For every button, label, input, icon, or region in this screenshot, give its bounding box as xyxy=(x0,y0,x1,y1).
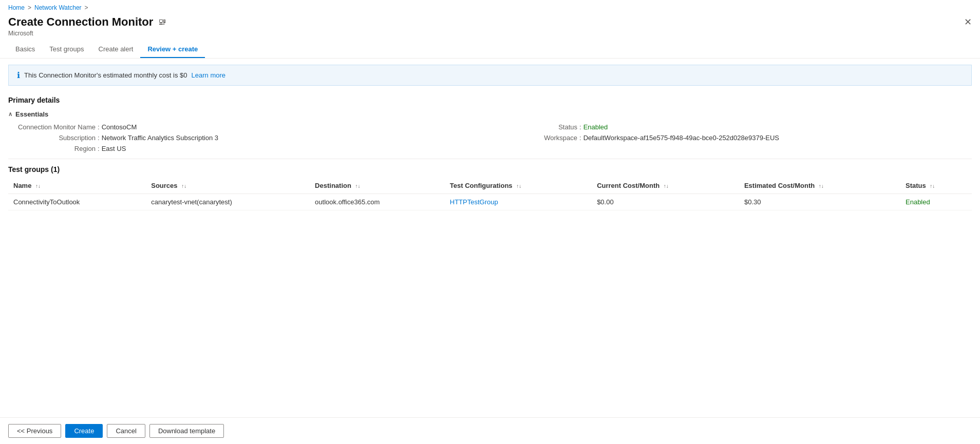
value-workspace: DefaultWorkspace-af15e575-f948-49ac-bce0… xyxy=(583,134,779,142)
essentials-row-subscription: Subscription : Network Traffic Analytics… xyxy=(8,134,490,142)
breadcrumb-home[interactable]: Home xyxy=(8,4,25,11)
table-header-row: Name ↑↓ Sources ↑↓ Destination ↑↓ Test C… xyxy=(8,178,972,194)
essentials-grid: Connection Monitor Name : ContosoCM Subs… xyxy=(8,121,972,157)
value-connection-monitor-name: ContosoCM xyxy=(102,123,137,131)
col-header-estimated-cost[interactable]: Estimated Cost/Month ↑↓ xyxy=(739,178,900,194)
label-region: Region xyxy=(8,145,96,152)
breadcrumb-sep1: > xyxy=(28,4,31,11)
sep-2: : xyxy=(98,145,100,152)
col-header-sources[interactable]: Sources ↑↓ xyxy=(146,178,310,194)
divider xyxy=(8,159,972,159)
label-subscription: Subscription xyxy=(8,134,96,142)
sort-name-icon[interactable]: ↑↓ xyxy=(35,183,41,189)
breadcrumb: Home > Network Watcher > xyxy=(0,0,980,13)
primary-details-title: Primary details xyxy=(0,92,980,107)
pin-icon[interactable]: 🖳 xyxy=(158,17,166,27)
value-region: East US xyxy=(102,145,126,152)
essentials-row-region: Region : East US xyxy=(8,145,490,152)
info-icon: ℹ xyxy=(17,70,20,80)
sort-test-config-icon[interactable]: ↑↓ xyxy=(516,183,521,189)
page-title: Create Connection Monitor xyxy=(8,15,153,29)
essentials-toggle[interactable]: ∧ Essentials xyxy=(8,107,972,121)
info-banner: ℹ This Connection Monitor's estimated mo… xyxy=(8,65,972,86)
col-header-name[interactable]: Name ↑↓ xyxy=(8,178,146,194)
col-header-test-configurations[interactable]: Test Configurations ↑↓ xyxy=(445,178,592,194)
page-subtitle: Microsoft xyxy=(0,30,980,41)
label-workspace: Workspace xyxy=(490,134,577,142)
cell-test-configurations: HTTPTestGroup xyxy=(445,194,592,210)
tabs-container: Basics Test groups Create alert Review +… xyxy=(0,41,980,59)
tab-review-create[interactable]: Review + create xyxy=(140,41,205,58)
tab-basics[interactable]: Basics xyxy=(8,41,42,58)
essentials-row-status: Status : Enabled xyxy=(490,123,972,131)
breadcrumb-sep2: > xyxy=(85,4,88,11)
cell-sources: canarytest-vnet(canarytest) xyxy=(146,194,310,210)
test-config-link[interactable]: HTTPTestGroup xyxy=(450,198,498,206)
col-header-current-cost[interactable]: Current Cost/Month ↑↓ xyxy=(592,178,739,194)
label-status: Status xyxy=(490,123,577,131)
tab-test-groups[interactable]: Test groups xyxy=(42,41,91,58)
col-header-destination[interactable]: Destination ↑↓ xyxy=(310,178,445,194)
essentials-col-right: Status : Enabled Workspace : DefaultWork… xyxy=(490,123,972,152)
essentials-row-workspace: Workspace : DefaultWorkspace-af15e575-f9… xyxy=(490,134,972,142)
sort-status-icon[interactable]: ↑↓ xyxy=(930,183,935,189)
learn-more-link[interactable]: Learn more xyxy=(192,71,225,79)
tab-create-alert[interactable]: Create alert xyxy=(91,41,141,58)
cell-destination: outlook.office365.com xyxy=(310,194,445,210)
test-groups-section: Test groups (1) Name ↑↓ Sources ↑↓ Desti… xyxy=(0,161,980,210)
cell-name: ConnectivityToOutlook xyxy=(8,194,146,210)
value-subscription: Network Traffic Analytics Subscription 3 xyxy=(102,134,218,142)
sort-current-cost-icon[interactable]: ↑↓ xyxy=(664,183,669,189)
col-header-status[interactable]: Status ↑↓ xyxy=(900,178,972,194)
essentials-container: ∧ Essentials Connection Monitor Name : C… xyxy=(0,107,980,157)
cell-estimated-cost: $0.30 xyxy=(739,194,900,210)
sep-0: : xyxy=(98,123,100,131)
chevron-up-icon: ∧ xyxy=(8,111,12,118)
page-header: Create Connection Monitor 🖳 ✕ xyxy=(0,13,980,30)
sep-3: : xyxy=(579,123,581,131)
sort-sources-icon[interactable]: ↑↓ xyxy=(181,183,186,189)
essentials-col-left: Connection Monitor Name : ContosoCM Subs… xyxy=(8,123,490,152)
essentials-label: Essentials xyxy=(15,110,48,118)
info-banner-text: This Connection Monitor's estimated mont… xyxy=(24,71,187,79)
label-connection-monitor-name: Connection Monitor Name xyxy=(8,123,96,131)
essentials-row-name: Connection Monitor Name : ContosoCM xyxy=(8,123,490,131)
page-header-left: Create Connection Monitor 🖳 xyxy=(8,15,166,29)
sep-4: : xyxy=(579,134,581,142)
value-status: Enabled xyxy=(583,123,608,131)
test-groups-table: Name ↑↓ Sources ↑↓ Destination ↑↓ Test C… xyxy=(8,178,972,210)
cell-status: Enabled xyxy=(900,194,972,210)
breadcrumb-network-watcher[interactable]: Network Watcher xyxy=(34,4,82,11)
close-icon[interactable]: ✕ xyxy=(964,16,972,28)
cell-current-cost: $0.00 xyxy=(592,194,739,210)
sep-1: : xyxy=(98,134,100,142)
table-row: ConnectivityToOutlook canarytest-vnet(ca… xyxy=(8,194,972,210)
test-groups-title: Test groups (1) xyxy=(8,165,972,173)
sort-estimated-cost-icon[interactable]: ↑↓ xyxy=(819,183,824,189)
sort-destination-icon[interactable]: ↑↓ xyxy=(355,183,361,189)
